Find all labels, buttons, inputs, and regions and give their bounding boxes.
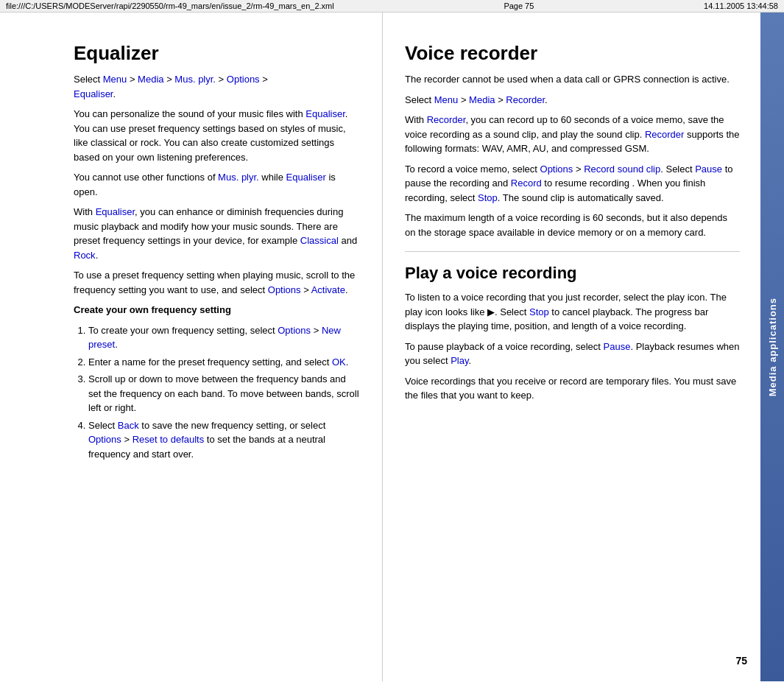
link-options-r[interactable]: Options	[540, 164, 573, 175]
right-para-5: The maximum length of a voice recording …	[405, 211, 740, 239]
link-record-r[interactable]: Record	[511, 178, 542, 189]
link-equaliser-4[interactable]: Equaliser	[96, 206, 135, 217]
section-divider	[405, 251, 740, 252]
link-activate[interactable]: Activate	[311, 284, 345, 295]
section-create: Create your own frequency setting	[74, 303, 360, 317]
link-options-2[interactable]: Options	[268, 284, 301, 295]
link-stop-r[interactable]: Stop	[478, 192, 498, 203]
steps-list: To create your own frequency setting, se…	[74, 323, 360, 462]
left-column: Equalizer Select Menu > Media > Mus. ply…	[0, 13, 383, 681]
link-musplyr[interactable]: Mus. plyr.	[174, 74, 216, 85]
link-equaliser-1[interactable]: Equaliser	[74, 88, 113, 99]
link-ok[interactable]: OK	[332, 356, 346, 368]
step-1: To create your own frequency setting, se…	[88, 323, 360, 352]
link-recordsound[interactable]: Record sound clip	[584, 164, 660, 175]
left-para-1: Select Menu > Media > Mus. plyr. > Optio…	[74, 72, 360, 101]
page-number: 75	[735, 655, 747, 667]
filepath: file:///C:/USERS/MODEServer/rapi/2290550…	[6, 1, 334, 10]
link-recorder-1[interactable]: Recorder	[506, 94, 545, 105]
link-media[interactable]: Media	[138, 74, 163, 85]
left-title: Equalizer	[74, 42, 360, 65]
sidebar-tab: Media applications	[760, 13, 784, 681]
sidebar-label: Media applications	[767, 298, 778, 396]
link-menu[interactable]: Menu	[103, 74, 127, 85]
page-indicator: Page 75	[504, 1, 534, 10]
step-3: Scroll up or down to move between the fr…	[88, 372, 360, 415]
left-para-3: You cannot use other functions of Mus. p…	[74, 170, 360, 199]
timestamp: 14.11.2005 13:44:58	[704, 1, 778, 10]
link-classical[interactable]: Classical	[300, 235, 339, 246]
step-4: Select Back to save the new frequency se…	[88, 418, 360, 462]
right-content: Voice recorder The recorder cannot be us…	[405, 42, 769, 403]
link-options[interactable]: Options	[227, 74, 260, 85]
main-container: Equalizer Select Menu > Media > Mus. ply…	[0, 13, 784, 681]
right-para-6: To listen to a voice recording that you …	[405, 290, 740, 334]
link-recorder-2[interactable]: Recorder	[427, 114, 466, 125]
right-para-7: To pause playback of a voice recording, …	[405, 340, 740, 368]
link-stop-2[interactable]: Stop	[529, 306, 549, 317]
right-para-8: Voice recordings that you receive or rec…	[405, 374, 740, 403]
link-media-r[interactable]: Media	[469, 94, 495, 105]
link-pause-r[interactable]: Pause	[695, 164, 722, 175]
link-recorder-3[interactable]: Recorder	[645, 129, 684, 140]
left-para-4: With Equaliser, you can enhance or dimin…	[74, 205, 360, 262]
link-play[interactable]: Play	[451, 355, 468, 366]
play-icon: ▶	[487, 306, 495, 317]
right-title-2: Play a voice recording	[405, 264, 740, 283]
left-para-2: You can personalize the sound of your mu…	[74, 107, 360, 164]
link-equaliser-2[interactable]: Equaliser	[306, 108, 345, 119]
link-equaliser-3[interactable]: Equaliser	[286, 172, 326, 183]
link-back[interactable]: Back	[118, 420, 139, 431]
right-para-4: To record a voice memo, select Options >…	[405, 162, 740, 206]
link-menu-r[interactable]: Menu	[434, 94, 459, 105]
link-options-4[interactable]: Options	[88, 434, 121, 445]
left-para-5: To use a preset frequency setting when p…	[74, 268, 360, 297]
top-bar: file:///C:/USERS/MODEServer/rapi/2290550…	[0, 0, 784, 13]
right-para-3: With Recorder, you can record up to 60 s…	[405, 113, 740, 156]
right-para-1: The recorder cannot be used when a data …	[405, 72, 740, 87]
link-resetdefaults[interactable]: Reset to defaults	[133, 434, 205, 445]
right-para-2: Select Menu > Media > Recorder.	[405, 93, 740, 108]
right-title: Voice recorder	[405, 42, 740, 65]
link-rock[interactable]: Rock	[74, 250, 96, 261]
link-pause-2[interactable]: Pause	[604, 341, 631, 352]
link-options-3[interactable]: Options	[278, 325, 311, 336]
right-column: Voice recorder The recorder cannot be us…	[383, 13, 784, 681]
step-2: Enter a name for the preset frequency se…	[88, 355, 360, 370]
link-musplyr-2[interactable]: Mus. plyr.	[218, 172, 259, 183]
